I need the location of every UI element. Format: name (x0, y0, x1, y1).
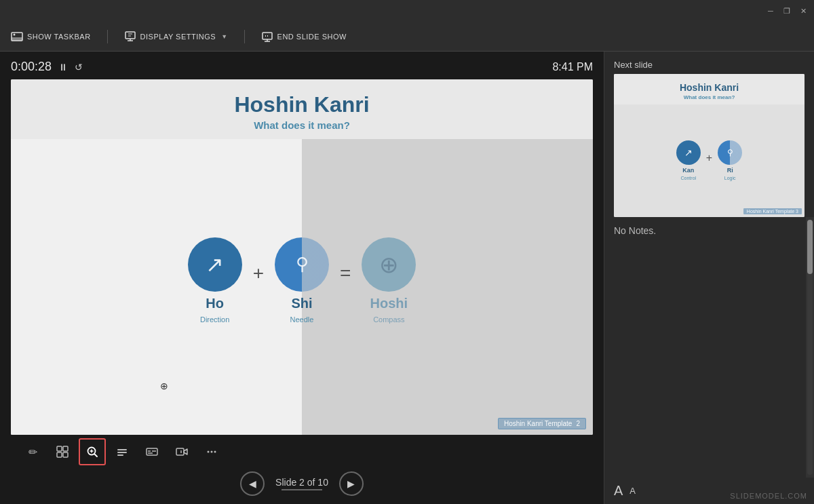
preview-body: ↗ Kan Control + ⚲ Ri Logic (614, 104, 805, 217)
slide-title: Hoshin Kanri (24, 93, 579, 117)
display-settings-icon (124, 31, 136, 43)
svg-rect-15 (57, 452, 62, 457)
preview-kan-sub: Control (681, 176, 697, 180)
top-toolbar: SHOW TASKBAR DISPLAY SETTINGS ▼ (0, 22, 814, 52)
pause-button[interactable]: ⏸ (58, 62, 68, 73)
svg-rect-1 (12, 37, 22, 41)
end-slideshow-button[interactable]: END SLIDE SHOW (261, 31, 347, 43)
footer-num: 2 (576, 420, 580, 427)
slide-subtitle: What does it mean? (24, 119, 579, 131)
preview-ri-sub: Logic (724, 176, 736, 180)
pen-tool-button[interactable]: ✏ (19, 438, 46, 465)
svg-rect-23 (117, 454, 123, 456)
svg-rect-13 (57, 446, 62, 451)
close-button[interactable]: ✕ (798, 5, 809, 16)
reset-button[interactable]: ↺ (75, 62, 83, 73)
clock-display: 8:41 PM (552, 61, 593, 73)
show-taskbar-button[interactable]: SHOW TASKBAR (11, 31, 91, 43)
subtitle-tool-button[interactable] (138, 438, 166, 465)
svg-point-30 (208, 451, 210, 453)
slide-header: Hoshin Kanri What does it mean? (11, 79, 593, 139)
next-slide-preview[interactable]: Hoshin Kanri What does it mean? ↗ Kan Co… (614, 74, 805, 217)
display-settings-arrow: ▼ (221, 33, 227, 40)
grid-tool-button[interactable] (49, 438, 76, 465)
timer-row: 0:00:28 ⏸ ↺ 8:41 PM (11, 60, 593, 74)
svg-point-31 (211, 451, 213, 453)
preview-kan-circle: ↗ (676, 140, 701, 165)
zoom-tool-button[interactable] (79, 438, 106, 465)
preview-footer-label: Hoshin Kanri Template (747, 209, 794, 214)
pointer-tool-button[interactable] (109, 438, 136, 465)
svg-line-18 (95, 454, 98, 457)
shi-element: Shi Needle (275, 237, 329, 324)
scrollbar-track (807, 220, 813, 475)
preview-title: Hoshin Kanri (621, 82, 798, 93)
slide-indicator-bar (282, 489, 322, 490)
plus-operator-1: + (253, 263, 264, 284)
preview-kan-element: ↗ Kan Control (676, 140, 701, 180)
timer-display: 0:00:28 (11, 60, 52, 74)
slide-footer: Hoshin Kanri Template 2 (498, 418, 586, 429)
hoshi-sub: Compass (373, 315, 404, 324)
display-settings-button[interactable]: DISPLAY SETTINGS ▼ (124, 31, 228, 43)
shi-circle (275, 237, 329, 292)
shi-name: Shi (291, 296, 312, 311)
preview-footer-num: 3 (796, 209, 798, 214)
scrollbar-thumb[interactable] (807, 220, 813, 274)
equals-operator: = (340, 263, 351, 284)
svg-point-32 (214, 451, 216, 453)
timer-controls: 0:00:28 ⏸ ↺ (11, 60, 83, 74)
svg-rect-14 (63, 446, 68, 451)
svg-rect-16 (63, 452, 68, 457)
preview-inner: Hoshin Kanri What does it mean? ↗ Kan Co… (614, 74, 805, 217)
increase-font-button[interactable]: A (614, 483, 623, 499)
next-slide-button[interactable]: ▶ (339, 471, 364, 496)
end-slideshow-label: END SLIDE SHOW (277, 33, 347, 41)
display-settings-label: DISPLAY SETTINGS (140, 33, 216, 41)
slide-canvas: Hoshin Kanri What does it mean? Ho Direc… (11, 79, 593, 435)
hoshi-circle (362, 237, 416, 292)
svg-rect-21 (117, 449, 127, 450)
prev-slide-button[interactable]: ◀ (240, 471, 265, 496)
preview-plus-op: + (706, 152, 712, 164)
svg-rect-22 (117, 452, 127, 453)
left-panel: 0:00:28 ⏸ ↺ 8:41 PM Hoshin Kanri What do… (0, 52, 604, 504)
current-slide-area: Hoshin Kanri What does it mean? Ho Direc… (11, 79, 593, 435)
svg-rect-28 (176, 448, 184, 455)
title-bar: ─ ❐ ✕ (0, 0, 814, 22)
slide-position: Slide 2 of 10 (275, 477, 328, 490)
hoshi-element: Hoshi Compass (362, 237, 416, 324)
ho-name: Ho (206, 296, 224, 311)
slide-body: Ho Direction + Shi Needle (11, 139, 593, 435)
preview-ri-name: Ri (727, 167, 733, 174)
toolbar-sep-1 (107, 30, 108, 43)
restore-button[interactable]: ❐ (781, 5, 792, 16)
taskbar-icon (11, 31, 23, 43)
ho-sub: Direction (200, 315, 229, 324)
watermark: SLIDEMODEL.COM (730, 492, 807, 500)
shi-sub: Needle (290, 315, 314, 324)
minimize-button[interactable]: ─ (765, 5, 776, 16)
notes-area: No Notes. (604, 217, 806, 478)
zoom-cursor-indicator: ⊕ (160, 381, 174, 394)
scrollbar-area[interactable] (806, 217, 814, 478)
right-panel: Next slide Hoshin Kanri What does it mea… (604, 52, 814, 504)
footer-label: Hoshin Kanri Template (504, 420, 572, 427)
toolbar-sep-2 (244, 30, 245, 43)
slide-main: Hoshin Kanri What does it mean? Ho Direc… (11, 79, 593, 435)
decrease-font-button[interactable]: A (629, 486, 636, 496)
notes-row: No Notes. (604, 217, 814, 478)
preview-kan-name: Kan (682, 167, 694, 174)
preview-ri-circle: ⚲ (718, 140, 742, 165)
slide-elements: Ho Direction + Shi Needle (188, 237, 416, 324)
more-tool-button[interactable] (198, 438, 225, 465)
hoshi-name: Hoshi (370, 296, 408, 311)
preview-footer: Hoshin Kanri Template 3 (743, 208, 802, 214)
slide-indicator-text: Slide 2 of 10 (275, 477, 328, 488)
show-taskbar-label: SHOW TASKBAR (27, 33, 91, 41)
preview-subtitle: What does it mean? (621, 94, 798, 100)
main-content: 0:00:28 ⏸ ↺ 8:41 PM Hoshin Kanri What do… (0, 52, 814, 504)
preview-ri-element: ⚲ Ri Logic (718, 140, 742, 180)
bottom-toolbar: ✏ (11, 435, 593, 469)
video-tool-button[interactable] (168, 438, 195, 465)
